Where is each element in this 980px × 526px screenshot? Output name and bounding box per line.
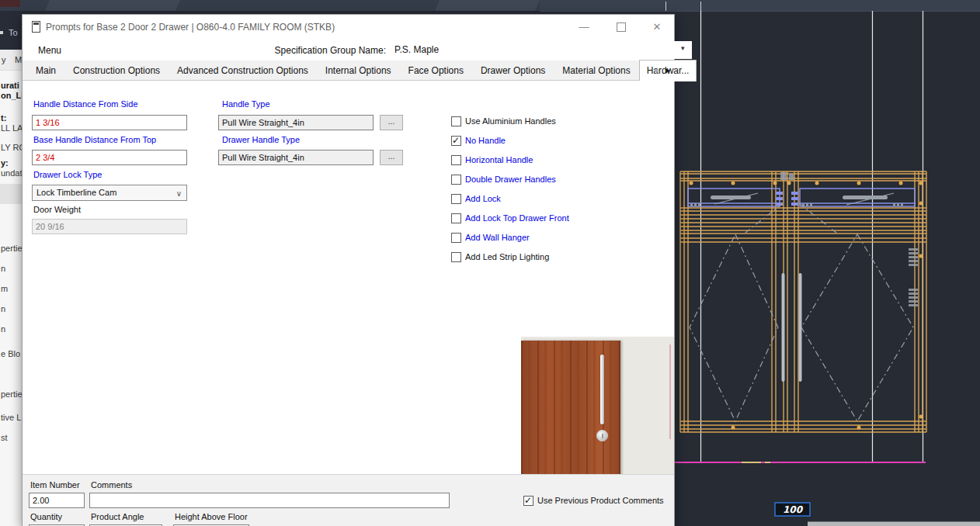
clipped-text-fragment: st — [1, 433, 8, 442]
door-lock-preview — [596, 430, 608, 441]
menu-item-menu[interactable]: Menu — [38, 45, 61, 56]
tab-internal-options[interactable]: Internal Options — [317, 61, 400, 81]
tab-content-hardware: Handle Distance From Side Base Handle Di… — [23, 81, 674, 474]
add-lock-top-drawer-front-checkbox[interactable] — [451, 213, 461, 223]
item-number-input[interactable] — [29, 493, 85, 508]
dialog-title: Prompts for Base 2 Door 2 Drawer | O860-… — [46, 22, 335, 33]
wood-door-panel — [521, 341, 620, 481]
checkbox-label: Use Aluminium Handles — [465, 116, 556, 126]
close-button[interactable]: ✕ — [645, 19, 669, 35]
app-menu-accent — [0, 0, 20, 7]
clipped-text-fragment: pertie — [1, 244, 23, 253]
preview-edge-highlight — [669, 344, 671, 439]
no-handle-checkbox[interactable] — [451, 136, 461, 146]
screen: To y M urati on_Lit t: LL LA LY RO y: un… — [0, 0, 980, 526]
dialog-title-bar[interactable]: Prompts for Base 2 Door 2 Drawer | O860-… — [23, 15, 674, 40]
add-wall-hanger-checkbox[interactable] — [451, 233, 461, 243]
cabinet-frame — [680, 171, 926, 432]
cad-viewport[interactable]: 100 — [675, 11, 980, 526]
handle-type-label: Handle Type — [222, 99, 270, 109]
base-handle-distance-top-label: Base Handle Distance From Top — [33, 135, 156, 144]
checkbox-label: No Handle — [465, 136, 506, 145]
clipped-text-fragment: e Blo — [1, 349, 20, 358]
door-handles — [782, 273, 802, 382]
clipped-text-fragment: n — [1, 324, 5, 334]
dimension-box[interactable]: 100 — [775, 503, 810, 516]
tab-face-options[interactable]: Face Options — [400, 61, 472, 81]
drawer-handle-type-input[interactable] — [218, 150, 374, 165]
clipped-text-fragment: M — [15, 55, 22, 64]
clipped-text-fragment: tive L — [1, 413, 21, 422]
item-number-label: Item Number — [30, 480, 80, 490]
clipped-text-fragment: LY RO — [1, 143, 23, 152]
add-led-strip-lighting-checkbox[interactable] — [451, 252, 461, 262]
clipped-text-fragment: t: — [1, 113, 6, 123]
clipped-text-fragment: n — [1, 304, 5, 313]
prompts-dialog-icon — [32, 21, 40, 33]
sidebar-toolbar: y M — [0, 50, 22, 71]
tab-scroll-right-icon[interactable]: ► — [662, 64, 674, 77]
clipped-text-fragment: n — [1, 264, 5, 273]
clipped-text-fragment: pertie — [1, 389, 23, 399]
door-preview-image — [521, 337, 674, 490]
bullet-icon — [0, 31, 3, 34]
app-tab[interactable] — [435, 0, 540, 11]
handle-distance-side-label: Handle Distance From Side — [33, 99, 138, 109]
drawer-lock-type-select[interactable]: Lock Timberline Cam ∨ — [32, 185, 187, 201]
app-title-bar — [0, 0, 980, 11]
dialog-tab-strip: Main Construction Options Advanced Const… — [23, 61, 674, 81]
drawer-handle-type-label: Drawer Handle Type — [222, 135, 300, 144]
checkbox-label: Add Wall Hanger — [465, 233, 530, 242]
double-drawer-handles-checkbox[interactable] — [451, 175, 461, 185]
clipped-text-fragment: on_Lit — [1, 91, 23, 100]
checkbox-label: Horizontal Handle — [465, 155, 533, 164]
comments-label: Comments — [91, 480, 132, 490]
handle-distance-side-input[interactable] — [32, 115, 187, 130]
maximize-button[interactable] — [610, 19, 633, 35]
spec-group-combobox[interactable]: P.S. Maple — [391, 41, 692, 59]
dimension-value: 100 — [783, 504, 804, 515]
app-breadcrumb-strip: To — [0, 11, 22, 50]
use-aluminium-handles-checkbox[interactable] — [451, 116, 461, 126]
clipped-text-fragment: y: — [1, 158, 9, 168]
tab-material-options[interactable]: Material Options — [554, 61, 638, 81]
door-weight-input — [32, 219, 187, 234]
cad-line-through-bar — [700, 2, 701, 11]
height-above-floor-label: Height Above Floor — [175, 512, 248, 521]
combo-caret-icon[interactable]: ▾ — [681, 44, 685, 52]
clipped-text-fragment: m — [1, 284, 8, 293]
clipped-text-fragment: urati — [1, 81, 19, 90]
checkbox-label: Add Lock Top Drawer Front — [465, 213, 569, 223]
handle-type-input[interactable] — [218, 115, 374, 130]
use-previous-product-comments-checkbox[interactable] — [523, 496, 533, 506]
cad-line-through-bar — [665, 2, 666, 11]
tab-drawer-options[interactable]: Drawer Options — [472, 61, 554, 81]
add-lock-checkbox[interactable] — [451, 194, 461, 204]
checkbox-label: Double Drawer Handles — [465, 175, 556, 184]
minimize-button[interactable]: — — [572, 19, 596, 35]
comments-input[interactable] — [89, 493, 450, 508]
base-handle-distance-top-input[interactable] — [32, 150, 187, 165]
checkbox-label: Use Previous Product Comments — [537, 496, 664, 505]
drawer-lock-type-label: Drawer Lock Type — [33, 170, 102, 179]
door-weight-label: Door Weight — [33, 205, 81, 214]
handle-type-browse-button[interactable]: ... — [380, 115, 403, 130]
select-caret-icon: ∨ — [176, 186, 182, 201]
tab-scroll-left-icon[interactable]: ◄ — [650, 64, 662, 77]
drawer-handle-type-browse-button[interactable]: ... — [380, 150, 403, 165]
app-tab[interactable] — [45, 0, 180, 11]
app-tab-strip — [540, 0, 980, 12]
horizontal-handle-checkbox[interactable] — [451, 155, 461, 165]
clipped-text-fragment: y — [2, 55, 6, 64]
tab-construction-options[interactable]: Construction Options — [64, 61, 169, 81]
properties-sidebar-sliver: y M urati on_Lit t: LL LA LY RO y: undat… — [0, 50, 23, 526]
sidebar-section-band — [0, 184, 22, 204]
clipped-text-fragment: undat — [1, 168, 23, 178]
dialog-menu-bar: Menu Specification Group Name: P.S. Mapl… — [23, 40, 674, 61]
checkbox-label: Add Lock — [465, 194, 501, 203]
door-handle-preview — [600, 355, 604, 424]
spec-group-label: Specification Group Name: — [209, 45, 386, 56]
tab-advanced-construction-options[interactable]: Advanced Construction Options — [169, 61, 317, 81]
checkbox-label: Add Led Strip Lighting — [465, 252, 549, 261]
tab-main[interactable]: Main — [27, 61, 64, 81]
